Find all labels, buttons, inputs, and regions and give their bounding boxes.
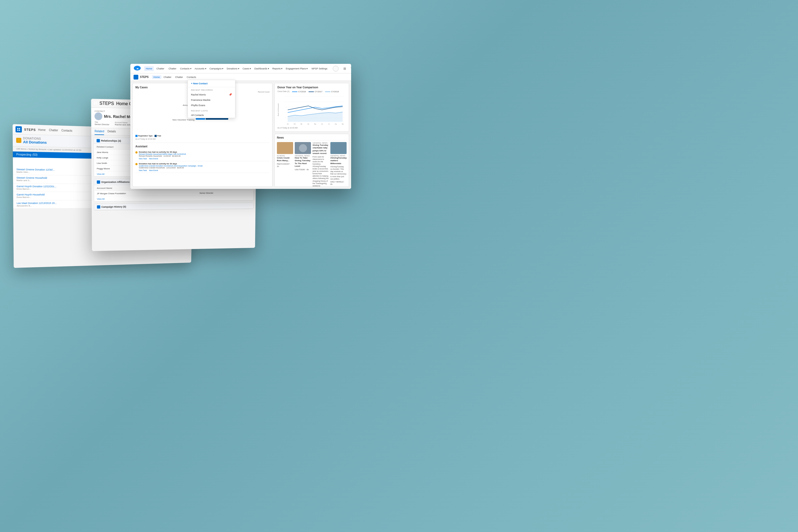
assistant-text-2: Donation has had no activity for 30 days… <box>139 163 203 169</box>
help-icon[interactable]: ? <box>349 66 351 71</box>
svg-rect-7 <box>96 103 97 104</box>
app-nav-chatter2[interactable]: Chatter <box>173 75 185 79</box>
nav-home[interactable]: Home <box>144 66 154 71</box>
recent-record-name-3: Phyllis Evans <box>191 104 205 107</box>
new-contact-option[interactable]: + New Contact <box>188 80 235 87</box>
tab-details[interactable]: Details <box>108 128 116 135</box>
nav-campaigns[interactable]: Campaigns ▾ <box>209 66 225 71</box>
contacts-dropdown-menu[interactable]: + New Contact RECENT RECORDS Rachel Morr… <box>188 80 235 118</box>
news-timestamp-4: DAILY HERALD · 6h <box>330 180 347 185</box>
nav-dashboards[interactable]: Dashboards ▾ <box>253 66 270 71</box>
donations-title[interactable]: All Donations <box>23 140 47 145</box>
news-timestamp-2: USA TODAY · 6h <box>295 168 311 171</box>
back-nav-home[interactable]: Home <box>38 128 45 131</box>
donation-org-3: Drew Barron... <box>17 188 56 190</box>
app-nav-contacts[interactable]: Contacts <box>185 75 198 79</box>
donation-name-5[interactable]: Lee Maet Donation 12/13/2015 20... <box>17 202 57 205</box>
recent-record-name-1: Rachel Morris <box>191 93 206 96</box>
contact-avatar <box>94 112 102 120</box>
back-nav-chatter[interactable]: Chatter <box>49 129 58 132</box>
nav-npsp[interactable]: NPSP Settings <box>310 66 329 71</box>
news-panel: News In News Crisis Could Ruin Many... P… <box>274 134 349 187</box>
donation-left: Stewart Greene Household Martin and S... <box>17 176 47 182</box>
assistant-alert-2: Donation has had no activity for 30 days… <box>135 163 269 169</box>
donor-comparison-chart: Donor Year on Year Comparison Close Date… <box>274 83 349 132</box>
alert-link-1[interactable]: Richard Ricketts Household $2834 Major G… <box>139 153 186 155</box>
news-body-4: #GivingTuesday co-founder: This day remi… <box>330 166 347 180</box>
chevron-down-icon: ▾ <box>190 67 191 70</box>
svg-text:☁: ☁ <box>136 67 138 70</box>
grid-icon[interactable]: ⊞ <box>342 66 347 71</box>
news-headline-4[interactable]: #GivingTuesday matters Millennials <box>330 157 347 165</box>
nav-reports[interactable]: Reports ▾ <box>271 66 284 71</box>
legend-registration: Registration Type <box>135 135 152 137</box>
donation-left: Lee Maet Donation 12/13/2015 20... Aless… <box>17 202 57 207</box>
new-event-btn-2[interactable]: New Event <box>149 169 158 171</box>
search-input[interactable] <box>333 66 339 72</box>
svg-text:Aug: Aug <box>335 123 337 125</box>
nav-cases[interactable]: Cases ▾ <box>242 66 252 71</box>
back-nav-contacts[interactable]: Contacts <box>61 129 72 132</box>
prospecting-count: (53) <box>33 153 38 156</box>
legend-cy2017: CY2017 <box>308 91 322 93</box>
alert-sub-1: Richard Ricketts Household · 11/20/16 · … <box>139 155 186 157</box>
tab-related[interactable]: Related <box>95 128 104 135</box>
recent-record-francesca[interactable]: Francesca Mackie <box>188 97 235 103</box>
news-headline-1[interactable]: Crisis Could Ruin Many... <box>277 157 293 162</box>
alert-sub-2: Guillermina Crandel Household · 12/11/20… <box>139 167 203 169</box>
news-headline-2[interactable]: How To Take Giving Tuesday To The Next L… <box>295 157 311 168</box>
recent-record-phyllis[interactable]: Phyllis Evans <box>188 103 235 108</box>
svg-rect-2 <box>17 130 18 131</box>
legend-cy2016: CY2016 <box>292 91 306 93</box>
app-nav-bar: STEPS Home Chatter Chatter Contacts <box>130 73 351 81</box>
news-img-2 <box>295 142 311 154</box>
assistant-item-2: Donation has had no activity for 30 days… <box>135 161 269 173</box>
app-nav-chatter1[interactable]: Chatter <box>162 75 173 79</box>
org-account-1[interactable]: JP Morgan Chase Foundation <box>95 191 197 196</box>
svg-text:Mar: Mar <box>301 123 302 125</box>
svg-rect-5 <box>96 101 97 103</box>
donation-left: Garret Huynh Donation 12/22/201... Drew … <box>17 185 56 190</box>
campaign-history-section: Campaign History (5) <box>94 203 253 210</box>
table-row[interactable]: JP Morgan Chase Foundation Senior Direct… <box>95 191 253 196</box>
recent-records-label: RECENT RECORDS <box>188 87 235 92</box>
list-all-contacts[interactable]: All Contacts <box>188 113 235 118</box>
svg-text:Jul: Jul <box>328 123 329 125</box>
app-nav-home[interactable]: Home <box>152 75 162 79</box>
svg-rect-1 <box>19 128 20 129</box>
nav-accounts[interactable]: Accounts ▾ <box>194 66 208 71</box>
new-task-btn-2[interactable]: New Task <box>139 169 147 171</box>
org-role-1: Senior Director <box>197 191 253 196</box>
view-all-orgs[interactable]: View All <box>94 196 253 201</box>
recent-record-rachel[interactable]: Rachel Morris 📌 <box>188 92 235 97</box>
news-headline-3[interactable]: Giving Tuesday charitable tally jumps 64… <box>312 144 329 155</box>
svg-text:Sep: Sep <box>342 123 344 125</box>
donation-name-4[interactable]: Garret Huynh Household <box>17 193 44 196</box>
new-task-btn-1[interactable]: New Task <box>139 158 147 159</box>
alert-dot-1 <box>135 151 137 153</box>
donations-titles: DONATIONS All Donations <box>23 137 47 145</box>
relationships-title: Relationships (4) <box>101 139 121 142</box>
legend-cy2015: CY2015 <box>325 91 339 93</box>
nav-contacts-dropdown[interactable]: Contacts ▾ <box>179 66 193 71</box>
nav-chatter1[interactable]: Chatter <box>155 66 166 71</box>
nav-chatter2[interactable]: Chatter <box>167 66 178 71</box>
donation-name-3[interactable]: Garret Huynh Donation 12/22/201... <box>17 185 56 188</box>
nav-donations[interactable]: Donations ▾ <box>226 66 241 71</box>
svg-text:Apr: Apr <box>307 123 309 125</box>
mid-app-name: STEPS <box>99 101 114 106</box>
chevron-down-icon: ▾ <box>205 67 206 70</box>
alert-link-2[interactable]: Guillermina Crandel Donation 01/24/2016 … <box>139 165 203 167</box>
new-event-btn-1[interactable]: New Event <box>149 158 158 159</box>
app-icon-small <box>134 75 138 79</box>
news-title-text: News <box>277 136 284 139</box>
news-source-3: General News <box>312 142 329 144</box>
chart-timestamp: As of Today at 10:03 AM <box>278 127 346 129</box>
nav-engagement[interactable]: Engagement Plans ▾ <box>285 66 309 71</box>
mid-app-icon <box>94 100 97 106</box>
recent-record-name-2: Francesca Mackie <box>191 99 210 101</box>
svg-rect-3 <box>19 130 20 131</box>
news-img-4 <box>330 142 347 154</box>
mid-nav-home[interactable]: Home <box>116 101 128 106</box>
donation-left: Stewart Greene Donation 12/30/... Martin… <box>17 168 55 174</box>
